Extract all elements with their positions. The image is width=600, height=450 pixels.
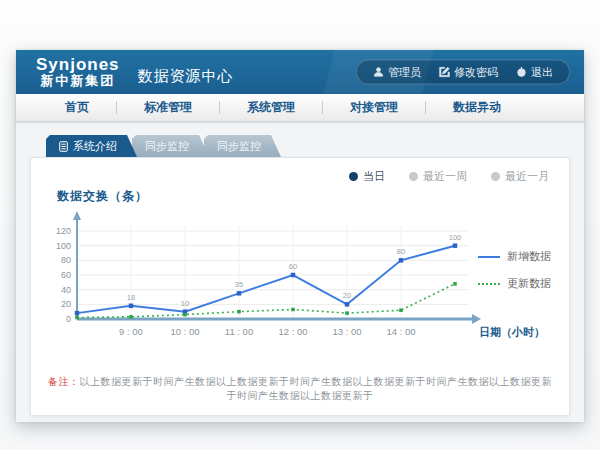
svg-text:100: 100: [56, 241, 71, 251]
svg-text:13 : 00: 13 : 00: [332, 326, 361, 337]
chart-area: 0204060801001209 : 0010 : 0011 : 0012 : …: [47, 207, 553, 353]
content-area: 系统介绍 同步监控 同步监控 当日 最近一周: [16, 122, 584, 416]
svg-text:18: 18: [127, 293, 135, 302]
time-filter-group: 当日 最近一周 最近一月: [47, 166, 553, 186]
chart-legend: 新增数据 更新数据: [478, 249, 551, 291]
filter-label: 最近一周: [423, 169, 467, 184]
svg-text:14 : 00: 14 : 00: [386, 326, 415, 337]
user-icon: [373, 67, 384, 78]
nav-item-data-change[interactable]: 数据异动: [426, 99, 528, 116]
svg-text:11 : 00: 11 : 00: [225, 326, 253, 337]
note-text: 以上数据更新于时间产生数据以上数据更新于时间产生数据以上数据更新于时间产生数据以…: [80, 376, 553, 401]
legend-item-updated-data[interactable]: 更新数据: [478, 276, 551, 291]
svg-text:日期（小时）: 日期（小时）: [479, 326, 545, 339]
tab-system-intro[interactable]: 系统介绍: [46, 135, 137, 157]
user-label: 管理员: [388, 65, 421, 80]
legend-label: 新增数据: [507, 249, 551, 264]
main-nav: 首页 标准管理 系统管理 对接管理 数据异动: [16, 94, 584, 122]
logout-label: 退出: [531, 65, 553, 80]
y-axis-title: 数据交换（条）: [57, 188, 553, 205]
page-title: 数据资源中心: [138, 67, 234, 86]
radio-icon: [491, 172, 500, 181]
radio-selected-icon: [349, 172, 358, 181]
filter-today[interactable]: 当日: [349, 169, 385, 184]
legend-item-new-data[interactable]: 新增数据: [478, 249, 551, 264]
change-password-label: 修改密码: [454, 65, 498, 80]
nav-item-system-mgmt[interactable]: 系统管理: [220, 99, 322, 116]
document-icon: [59, 141, 68, 152]
logout-button[interactable]: 退出: [516, 65, 553, 80]
logo-text-cn: 新中新集团: [36, 74, 120, 88]
svg-text:120: 120: [56, 226, 71, 236]
dotted-line-swatch: [478, 283, 500, 285]
radio-icon: [409, 172, 418, 181]
svg-text:35: 35: [235, 280, 243, 289]
logo-text-en: Synjones: [36, 56, 120, 74]
change-password-button[interactable]: 修改密码: [439, 65, 498, 80]
logo: Synjones 新中新集团: [36, 56, 120, 87]
svg-text:40: 40: [61, 285, 71, 295]
note-label: 备注：: [48, 376, 80, 387]
tab-label: 同步监控: [145, 135, 189, 157]
app-header: Synjones 新中新集团 数据资源中心 管理员 修改: [16, 50, 584, 94]
edit-icon: [439, 67, 450, 78]
svg-text:80: 80: [61, 255, 71, 265]
tab-label: 系统介绍: [73, 135, 117, 157]
filter-label: 最近一月: [505, 169, 549, 184]
nav-item-standard-mgmt[interactable]: 标准管理: [117, 99, 219, 116]
svg-text:60: 60: [289, 262, 297, 271]
tab-sync-monitor-1[interactable]: 同步监控: [132, 135, 209, 157]
page-background: Synjones 新中新集团 数据资源中心 管理员 修改: [0, 0, 600, 450]
svg-text:100: 100: [449, 233, 462, 242]
svg-text:9 : 00: 9 : 00: [119, 326, 143, 337]
solid-line-swatch: [478, 256, 500, 258]
nav-item-home[interactable]: 首页: [38, 99, 116, 116]
legend-label: 更新数据: [507, 276, 551, 291]
svg-text:80: 80: [397, 247, 405, 256]
user-menu: 管理员 修改密码 退出: [356, 60, 570, 85]
svg-text:60: 60: [61, 270, 71, 280]
nav-item-interface-mgmt[interactable]: 对接管理: [323, 99, 425, 116]
svg-text:12 : 00: 12 : 00: [278, 326, 307, 337]
footer-note: 备注：以上数据更新于时间产生数据以上数据更新于时间产生数据以上数据更新于时间产生…: [47, 375, 553, 403]
filter-last-week[interactable]: 最近一周: [409, 169, 467, 184]
svg-text:20: 20: [61, 299, 71, 309]
svg-text:20: 20: [343, 291, 351, 300]
user-button[interactable]: 管理员: [373, 65, 421, 80]
tab-bar: 系统介绍 同步监控 同步监控: [46, 135, 570, 157]
svg-text:0: 0: [66, 314, 71, 324]
power-icon: [516, 67, 527, 78]
chart-panel: 当日 最近一周 最近一月 数据交换（条） 0204060801001209 : …: [30, 157, 570, 416]
filter-label: 当日: [363, 169, 385, 184]
tab-sync-monitor-2[interactable]: 同步监控: [204, 135, 281, 157]
filter-last-month[interactable]: 最近一月: [491, 169, 549, 184]
svg-text:10 : 00: 10 : 00: [170, 326, 199, 337]
svg-text:10: 10: [181, 299, 189, 308]
app-window: Synjones 新中新集团 数据资源中心 管理员 修改: [16, 50, 584, 422]
tab-label: 同步监控: [217, 135, 261, 157]
